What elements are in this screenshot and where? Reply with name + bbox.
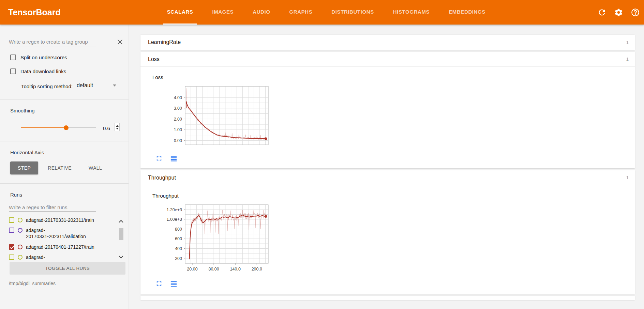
- axis-button-step[interactable]: STEP: [10, 161, 38, 174]
- checkbox-label: Data download links: [20, 68, 66, 74]
- tab-graphs[interactable]: GRAPHS: [285, 0, 317, 25]
- toggle-y-axis-icon[interactable]: [170, 154, 178, 162]
- run-color-swatch-icon: [18, 228, 23, 233]
- smoothing-stepper[interactable]: [115, 123, 120, 131]
- scalar-chart-plot[interactable]: 2004006008001.00e+31.20e+320.0080.00140.…: [163, 202, 272, 274]
- smoothing-slider[interactable]: [21, 127, 96, 128]
- run-checkbox[interactable]: [9, 254, 14, 260]
- section-header-loss[interactable]: Loss1: [140, 52, 635, 67]
- stepper-up-icon[interactable]: [116, 125, 119, 127]
- chart-actions: [155, 154, 635, 162]
- axis-button-wall[interactable]: WALL: [81, 161, 109, 174]
- tag-regex-input[interactable]: [9, 37, 96, 46]
- toggle-all-runs-button[interactable]: TOGGLE ALL RUNS: [10, 262, 125, 275]
- axis-button-group: STEPRELATIVEWALL: [10, 161, 129, 174]
- run-color-swatch-icon: [18, 245, 23, 249]
- scrollbar-thumb[interactable]: [119, 228, 123, 240]
- checkbox-label: Split on underscores: [20, 55, 67, 60]
- svg-text:80.00: 80.00: [208, 267, 219, 272]
- smoothing-slider-fill: [21, 127, 66, 128]
- svg-text:0.00: 0.00: [174, 138, 182, 143]
- run-label: adagrad-20170331-202311/validation: [26, 227, 86, 240]
- horizontal-axis-group: Horizontal Axis STEPRELATIVEWALL: [0, 150, 129, 184]
- run-item[interactable]: adagrad-20170331-202311/train: [9, 217, 108, 223]
- run-checkbox[interactable]: [9, 244, 14, 250]
- smoothing-group: Smoothing 0.6: [0, 108, 129, 141]
- run-label: adagrad-20170401-171227/train: [26, 244, 94, 250]
- expand-chart-icon[interactable]: [155, 280, 163, 288]
- svg-text:20.00: 20.00: [187, 267, 197, 272]
- run-item[interactable]: adagrad-: [9, 254, 108, 260]
- section-title: LearningRate: [148, 39, 181, 45]
- section-header-throughput[interactable]: Throughput1: [140, 170, 635, 185]
- tooltip-sorting-value: default: [77, 82, 93, 89]
- checkbox-data-download-links[interactable]: Data download links: [10, 68, 129, 74]
- stepper-down-icon[interactable]: [116, 128, 119, 129]
- section-header-learningrate[interactable]: LearningRate1: [140, 35, 635, 50]
- run-item[interactable]: adagrad-20170331-202311/validation: [9, 227, 108, 240]
- checkbox-box-icon[interactable]: [10, 55, 16, 60]
- section-chart-count: 1: [626, 175, 629, 180]
- section-chart-count: 1: [626, 57, 629, 62]
- horizontal-axis-label: Horizontal Axis: [10, 150, 129, 155]
- smoothing-value-input[interactable]: 0.6: [103, 125, 115, 131]
- tab-scalars[interactable]: SCALARS: [163, 0, 197, 25]
- run-checkbox[interactable]: [9, 217, 14, 223]
- help-icon[interactable]: [631, 8, 640, 17]
- runs-group: Runs adagrad-20170331-202311/trainadagra…: [0, 192, 129, 295]
- tab-distributions[interactable]: DISTRIBUTIONS: [327, 0, 378, 25]
- expand-chart-icon[interactable]: [155, 154, 163, 162]
- scalar-chart-plot[interactable]: 0.001.002.003.004.00: [163, 83, 272, 148]
- svg-text:2.00: 2.00: [174, 117, 182, 122]
- chart-container: 2004006008001.00e+31.20e+320.0080.00140.…: [163, 202, 635, 275]
- dashboard-content: LearningRate1Loss1Loss0.001.002.003.004.…: [129, 25, 644, 309]
- app-title: TensorBoard: [8, 7, 61, 17]
- settings-icon[interactable]: [614, 8, 623, 17]
- clear-regex-icon[interactable]: [116, 38, 124, 46]
- options-checkboxes: Split on underscoresData download links: [0, 55, 129, 74]
- svg-text:600: 600: [175, 236, 182, 241]
- run-label: adagrad-20170331-202311/train: [26, 217, 94, 223]
- section-body: Throughput2004006008001.00e+31.20e+320.0…: [140, 185, 635, 294]
- run-color-swatch-icon: [18, 218, 23, 222]
- tooltip-sorting-row: Tooltip sorting method: default: [21, 82, 129, 90]
- svg-text:200.0: 200.0: [252, 267, 262, 272]
- section-card-loss: Loss1Loss0.001.002.003.004.00: [140, 52, 635, 168]
- chart-actions: [155, 280, 635, 288]
- run-label: adagrad-: [26, 254, 45, 260]
- tooltip-sorting-dropdown[interactable]: default: [77, 82, 117, 90]
- svg-text:800: 800: [175, 227, 182, 232]
- tab-audio[interactable]: AUDIO: [249, 0, 274, 25]
- section-body: Loss0.001.002.003.004.00: [140, 67, 635, 168]
- svg-text:1.20e+3: 1.20e+3: [166, 207, 182, 212]
- axis-button-relative[interactable]: RELATIVE: [40, 161, 79, 174]
- top-app-bar: TensorBoard SCALARSIMAGESAUDIOGRAPHSDIST…: [0, 0, 644, 25]
- checkbox-box-icon[interactable]: [10, 68, 16, 74]
- run-regex-input[interactable]: [9, 203, 96, 212]
- refresh-icon[interactable]: [597, 8, 606, 17]
- tooltip-sorting-label: Tooltip sorting method:: [21, 83, 73, 90]
- run-item[interactable]: adagrad-20170401-171227/train: [9, 244, 108, 250]
- smoothing-slider-thumb[interactable]: [64, 125, 69, 130]
- tag-filter-group: Split on underscoresData download links …: [0, 25, 129, 99]
- tab-embeddings[interactable]: EMBEDDINGS: [445, 0, 490, 25]
- tab-histograms[interactable]: HISTOGRAMS: [389, 0, 434, 25]
- run-checkbox[interactable]: [9, 228, 14, 233]
- log-directory-path: /tmp/bigdl_summaries: [9, 281, 129, 286]
- runs-label: Runs: [10, 192, 129, 198]
- svg-text:4.00: 4.00: [174, 95, 182, 100]
- section-chart-count: 1: [626, 40, 629, 45]
- scroll-up-icon[interactable]: [118, 218, 124, 225]
- smoothing-label: Smoothing: [10, 108, 129, 113]
- topbar-icon-group: [597, 8, 640, 17]
- toggle-y-axis-icon[interactable]: [170, 280, 178, 288]
- chart-title: Throughput: [152, 193, 635, 199]
- section-card-throughput: Throughput1Throughput2004006008001.00e+3…: [140, 170, 635, 294]
- tab-images[interactable]: IMAGES: [208, 0, 238, 25]
- scroll-down-icon[interactable]: [118, 254, 124, 260]
- checkbox-split-on-underscores[interactable]: Split on underscores: [10, 55, 129, 60]
- next-section-partial: [140, 296, 635, 300]
- run-list-scrollbar: [118, 218, 124, 260]
- svg-text:140.0: 140.0: [230, 267, 241, 272]
- svg-text:200: 200: [175, 256, 182, 261]
